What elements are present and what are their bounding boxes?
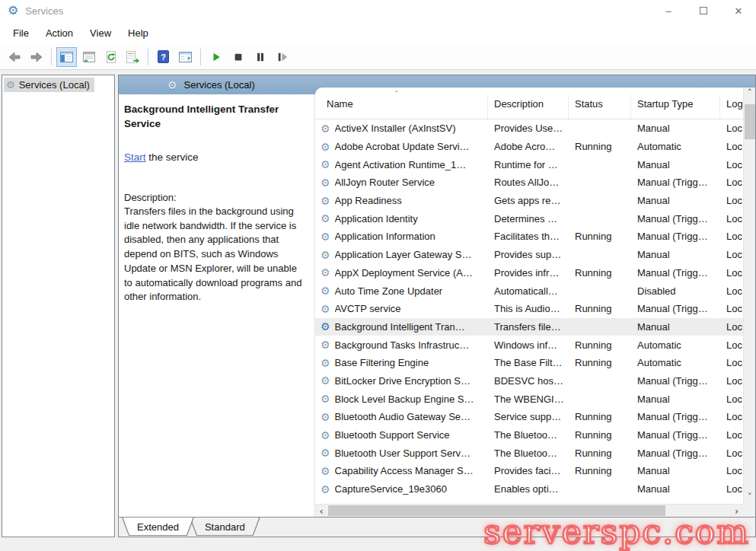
service-log-on-as: Loc <box>720 375 743 387</box>
tree-item-services-local[interactable]: ⚙ Services (Local) <box>4 78 94 92</box>
stop-service-button[interactable] <box>228 47 248 67</box>
table-row[interactable]: ⚙Adobe Acrobat Update Servi… Adobe Acro…… <box>315 138 743 156</box>
service-description: Routes AllJo… <box>488 177 569 188</box>
table-row[interactable]: ⚙Agent Activation Runtime_1… Runtime for… <box>315 155 743 174</box>
description-text: Transfers files in the background using … <box>124 205 305 304</box>
service-log-on-as: Loc <box>720 321 743 333</box>
scroll-up-icon[interactable]: ˆ <box>744 88 755 100</box>
toolbar-separator <box>148 49 148 65</box>
service-name: Bluetooth User Support Serv… <box>335 447 471 459</box>
service-description: Transfers file… <box>488 321 569 333</box>
table-row[interactable]: ⚙AppX Deployment Service (A… Provides in… <box>315 264 743 282</box>
table-row[interactable]: ⚙AVCTP service This is Audio… Running Ma… <box>315 300 743 318</box>
service-description: The Bluetoo… <box>488 447 569 459</box>
properties-button[interactable] <box>78 47 99 67</box>
services-pane: ⚙ Services (Local) Background Intelligen… <box>118 75 756 537</box>
table-row[interactable]: ⚙Bluetooth Audio Gateway Se… Service sup… <box>315 408 743 426</box>
service-startup-type: Manual (Trigg… <box>631 267 720 279</box>
service-name: CaptureService_19e3060 <box>335 483 447 495</box>
service-log-on-as: Loc <box>720 483 743 495</box>
service-description: Gets apps re… <box>488 195 569 206</box>
column-header-startup-type[interactable]: Startup Type <box>631 94 720 119</box>
menu-view[interactable]: View <box>81 24 120 42</box>
table-row[interactable]: ⚙BitLocker Drive Encryption S… BDESVC ho… <box>315 372 743 390</box>
menu-help[interactable]: Help <box>120 24 157 42</box>
service-log-on-as: Loc <box>720 447 743 459</box>
service-startup-type: Manual (Trigg… <box>631 411 720 422</box>
restart-service-icon <box>276 52 289 62</box>
menu-file[interactable]: File <box>5 24 37 42</box>
service-gear-icon: ⚙ <box>321 321 330 332</box>
table-row[interactable]: ⚙Auto Time Zone Updater Automaticall… Di… <box>315 282 743 300</box>
table-row[interactable]: ⚙Application Identity Determines … Manua… <box>315 209 743 228</box>
vertical-scroll-thumb[interactable] <box>745 104 755 139</box>
service-startup-type: Manual (Trigg… <box>631 375 720 387</box>
window-title: Services <box>25 5 63 17</box>
service-status: Running <box>569 429 631 441</box>
show-console-tree-icon <box>60 52 73 62</box>
maximize-icon <box>700 7 707 14</box>
pane-header-label: Services (Local) <box>184 79 255 91</box>
service-gear-icon: ⚙ <box>321 484 330 495</box>
service-gear-icon: ⚙ <box>321 375 330 386</box>
table-row[interactable]: ⚙Block Level Backup Engine S… The WBENGI… <box>315 390 743 408</box>
show-action-pane-button[interactable] <box>175 47 196 67</box>
service-status: Running <box>569 303 631 314</box>
restart-service-button[interactable] <box>272 47 292 67</box>
pause-service-button[interactable] <box>250 47 270 67</box>
table-row[interactable]: ⚙Bluetooth User Support Serv… The Blueto… <box>315 444 743 462</box>
service-startup-type: Manual (Trigg… <box>631 429 720 441</box>
column-header-name[interactable]: Name <box>315 94 488 119</box>
service-gear-icon: ⚙ <box>321 123 330 134</box>
table-row[interactable]: ⚙Application Layer Gateway S… Provides s… <box>315 246 743 264</box>
table-row[interactable]: ⚙App Readiness Gets apps re… Manual Loc <box>315 192 743 210</box>
service-gear-icon: ⚙ <box>321 447 330 458</box>
back-button[interactable] <box>4 47 24 67</box>
close-button[interactable]: ✕ <box>721 0 756 21</box>
watermark: serverspc.com <box>483 512 750 551</box>
scroll-down-icon[interactable]: ˇ <box>744 492 755 504</box>
tree-item-label: Services (Local) <box>19 79 90 91</box>
service-startup-type: Automatic <box>631 339 720 351</box>
start-service-suffix: the service <box>146 151 199 163</box>
maximize-button[interactable] <box>686 0 721 21</box>
minimize-button[interactable]: – <box>651 0 686 21</box>
table-row[interactable]: ⚙Background Intelligent Tran… Transfers … <box>315 318 743 336</box>
table-row[interactable]: ⚙Base Filtering Engine The Base Filt… Ru… <box>315 354 743 372</box>
service-description: Windows inf… <box>488 339 569 351</box>
service-description: Service supp… <box>488 411 569 422</box>
show-console-tree-button[interactable] <box>56 47 77 67</box>
tab-extended[interactable]: Extended <box>122 518 194 536</box>
start-service-button[interactable] <box>206 47 226 67</box>
forward-button[interactable] <box>26 47 46 67</box>
table-row[interactable]: ⚙AllJoyn Router Service Routes AllJo… Ma… <box>315 174 743 192</box>
refresh-button[interactable] <box>100 47 121 67</box>
service-status: Running <box>569 231 631 242</box>
table-row[interactable]: ⚙ActiveX Installer (AxInstSV) Provides U… <box>315 119 743 138</box>
service-name: App Readiness <box>335 195 402 206</box>
table-row[interactable]: ⚙CaptureService_19e3060 Enables opti… Ma… <box>315 480 743 498</box>
start-service-link[interactable]: Start <box>124 151 146 163</box>
show-action-pane-icon <box>179 52 192 62</box>
column-header-description[interactable]: Description <box>488 94 569 119</box>
extended-description-panel: Background Intelligent Transfer Service … <box>119 94 315 517</box>
tab-standard[interactable]: Standard <box>190 518 260 536</box>
help-button[interactable]: ? <box>153 47 174 67</box>
column-header-log-on-as[interactable]: Log <box>720 94 743 119</box>
menu-action[interactable]: Action <box>37 24 81 42</box>
service-description: Provides Use… <box>488 123 569 134</box>
column-header-status[interactable]: Status <box>569 94 631 119</box>
forward-icon <box>30 51 43 63</box>
service-log-on-as: Loc <box>720 303 743 314</box>
table-row[interactable]: ⚙Bluetooth Support Service The Bluetoo… … <box>315 426 743 444</box>
table-row[interactable]: ⚙Capability Access Manager S… Provides f… <box>315 462 743 480</box>
service-gear-icon: ⚙ <box>321 412 330 422</box>
scroll-left-icon[interactable]: ‹ <box>315 505 327 517</box>
table-row[interactable]: ⚙Background Tasks Infrastruc… Windows in… <box>315 336 743 354</box>
export-list-button[interactable] <box>123 47 143 67</box>
service-description: Automaticall… <box>488 285 569 297</box>
service-startup-type: Disabled <box>631 285 720 297</box>
service-status: Running <box>569 339 631 351</box>
vertical-scrollbar[interactable]: ˆ ˇ <box>743 88 755 504</box>
table-row[interactable]: ⚙Application Information Facilitates th…… <box>315 228 743 246</box>
